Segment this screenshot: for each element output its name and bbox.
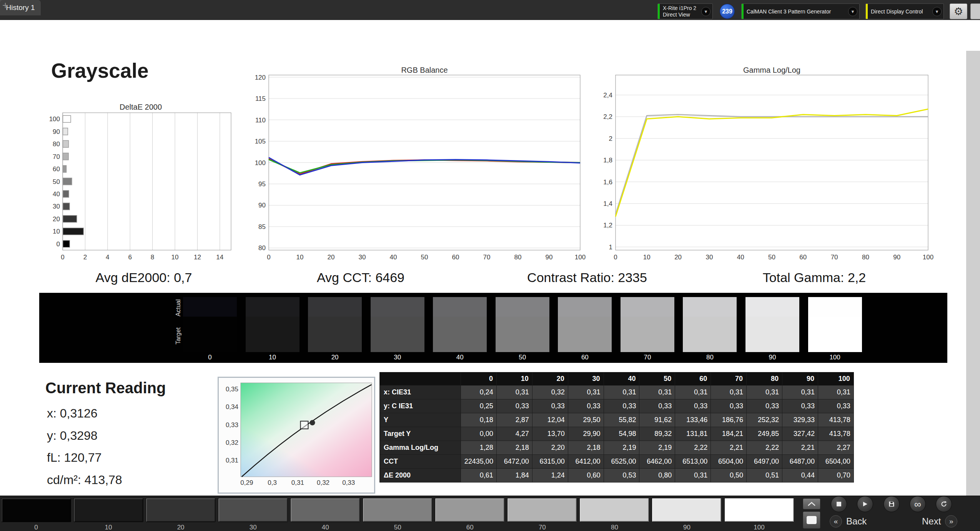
gray-level-button-20[interactable]	[146, 498, 216, 522]
pattern-window-button[interactable]	[803, 511, 820, 529]
table-cell: 0,33	[711, 399, 747, 413]
grayscale-patch-50	[496, 297, 549, 352]
gray-level-button-70[interactable]	[507, 498, 577, 522]
patch-level-label: 40	[433, 354, 487, 361]
collapse-panel-button[interactable]	[803, 498, 820, 509]
table-cell: 2,18	[496, 441, 532, 455]
actual-patch	[745, 297, 799, 317]
gray-level-button-90[interactable]	[652, 498, 722, 522]
table-cell: 0,33	[568, 399, 604, 413]
patch-level-label: 90	[745, 354, 799, 361]
table-row: Y0,182,8712,0429,5055,8291,62133,46186,7…	[380, 413, 854, 427]
actual-patch	[246, 297, 299, 317]
gray-level-label: 60	[435, 524, 505, 531]
svg-text:60: 60	[799, 254, 807, 261]
table-cell: 0,50	[711, 469, 747, 483]
table-cell: 0,44	[782, 469, 818, 483]
display-control-button[interactable]: Direct Display Control ▼	[865, 3, 944, 19]
gray-level-button-0[interactable]	[1, 498, 71, 522]
table-cell: 0,31	[496, 386, 532, 399]
meter-status-accent	[658, 4, 660, 19]
cie-chromaticity-panel[interactable]: 0,350,340,330,320,310,290,30,310,320,33	[218, 377, 375, 494]
actual-patch	[808, 297, 862, 317]
gamma-loglog-chart[interactable]: Gamma Log/Log2,42,221,81,61,41,210102030…	[588, 63, 946, 267]
svg-text:115: 115	[255, 95, 266, 102]
svg-text:RGB Balance: RGB Balance	[401, 66, 448, 74]
gray-level-button-60[interactable]	[435, 498, 505, 522]
reading-fl: fL: 120,77	[47, 447, 122, 469]
meter-count-badge[interactable]: 239	[720, 4, 735, 19]
rgb-balance-chart[interactable]: RGB Balance80859095100105110115120010203…	[238, 63, 592, 267]
gray-level-button-30[interactable]	[218, 498, 288, 522]
table-corner-cell	[380, 372, 461, 386]
table-cell: 0,31	[711, 386, 747, 399]
gear-icon: ⚙	[954, 5, 963, 18]
svg-text:0: 0	[57, 240, 60, 248]
table-cell: 0,31	[747, 386, 782, 399]
svg-text:40: 40	[390, 254, 397, 261]
avg-cct-stat: Avg CCT: 6469	[317, 270, 404, 285]
grayscale-patch-30	[371, 297, 424, 352]
svg-text:90: 90	[893, 254, 900, 261]
meter-selector-label: X-Rite i1Pro 2 Direct View	[658, 5, 696, 18]
table-cell: 413,78	[818, 427, 854, 441]
back-button[interactable]: « Back	[830, 515, 867, 528]
svg-text:10: 10	[53, 228, 60, 235]
svg-text:30: 30	[705, 254, 713, 261]
meter-selector-button[interactable]: X-Rite i1Pro 2 Direct View ▼	[657, 3, 713, 19]
svg-text:50: 50	[53, 178, 60, 185]
save-button[interactable]	[883, 496, 900, 512]
gray-level-button-40[interactable]	[290, 498, 360, 522]
measure-play-button[interactable]	[857, 496, 873, 512]
table-cell: 2,21	[782, 441, 818, 455]
gray-level-label: 30	[218, 524, 288, 531]
actual-patch	[371, 297, 424, 317]
table-cell: 0,51	[747, 469, 782, 483]
table-cell: 0,00	[461, 427, 497, 441]
gray-level-button-80[interactable]	[579, 498, 649, 522]
svg-text:80: 80	[862, 254, 869, 261]
svg-text:105: 105	[255, 138, 266, 145]
svg-text:0,33: 0,33	[342, 479, 355, 486]
stop-icon	[836, 501, 842, 507]
svg-text:100: 100	[575, 254, 586, 261]
svg-text:0,3: 0,3	[268, 479, 277, 486]
page-title: Grayscale	[51, 59, 148, 82]
reading-y: y: 0,3298	[47, 425, 122, 447]
grayscale-patch-100	[808, 297, 862, 352]
svg-text:40: 40	[53, 190, 60, 198]
table-cell: 1,24	[532, 469, 568, 483]
gray-level-label: 100	[724, 524, 794, 531]
table-cell: 1,84	[496, 469, 532, 483]
gray-level-button-10[interactable]	[73, 498, 143, 522]
actual-patch	[433, 297, 487, 317]
gray-level-button-50[interactable]	[363, 498, 433, 522]
svg-text:0,35: 0,35	[226, 386, 238, 393]
gray-level-button-100[interactable]	[724, 498, 794, 522]
table-cell: 0,32	[532, 386, 568, 399]
edge-partial-button[interactable]	[970, 3, 980, 19]
pattern-generator-button[interactable]: CalMAN Client 3 Pattern Generator ▼	[741, 3, 860, 19]
table-cell: 0,33	[675, 399, 711, 413]
next-button[interactable]: Next »	[922, 515, 957, 528]
target-patch	[683, 317, 737, 352]
link-button[interactable]: ∞	[910, 496, 926, 512]
table-cell: 0,18	[461, 413, 497, 427]
refresh-button[interactable]	[936, 496, 952, 512]
add-tab-button[interactable]: +	[0, 0, 11, 11]
stop-button[interactable]	[831, 496, 847, 512]
deltae-2000-chart[interactable]: DeltaE 200002468101214100908070605040302…	[35, 99, 244, 265]
table-cell: 54,98	[604, 427, 639, 441]
table-cell: 2,21	[711, 441, 747, 455]
table-cell: 184,21	[711, 427, 747, 441]
table-cell: 0,24	[461, 386, 497, 399]
table-row-label: Gamma Log/Log	[380, 441, 461, 455]
svg-text:20: 20	[328, 254, 335, 261]
back-chevron-icon: «	[830, 515, 842, 528]
svg-text:2,4: 2,4	[603, 92, 612, 99]
table-cell: 13,70	[532, 427, 568, 441]
table-cell: 6497,00	[747, 455, 782, 469]
table-cell: 0,61	[461, 469, 497, 483]
table-cell: 0,53	[604, 469, 639, 483]
settings-button[interactable]: ⚙	[950, 3, 967, 19]
